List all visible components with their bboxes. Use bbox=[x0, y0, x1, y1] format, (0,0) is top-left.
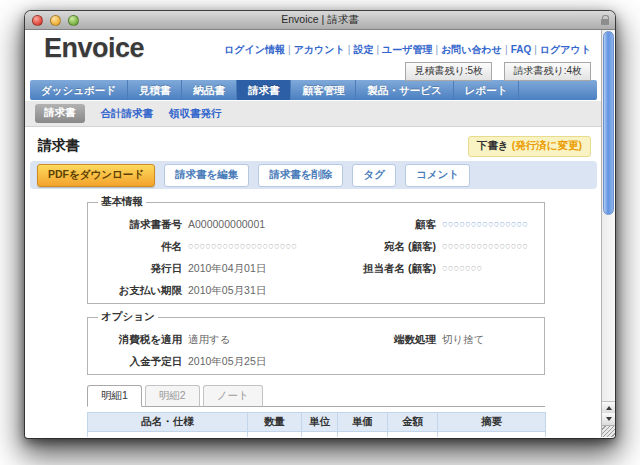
nav-tab-products-services[interactable]: 製品・サービス bbox=[356, 80, 453, 100]
cell-amount: 9,899,901 bbox=[388, 432, 438, 438]
status-draft-label: 下書き bbox=[477, 139, 509, 151]
close-button[interactable] bbox=[32, 15, 43, 26]
link-faq[interactable]: FAQ bbox=[511, 44, 532, 55]
field-label-rounding: 端数処理 bbox=[334, 332, 436, 346]
nav-tab-customers[interactable]: 顧客管理 bbox=[291, 80, 356, 100]
cell-note: ○○○○○ bbox=[438, 432, 546, 438]
status-change-to-issued-link[interactable]: (発行済に変更) bbox=[512, 139, 582, 151]
field-value-customer-link[interactable]: ○○○○○○○○○○○○○○○ bbox=[442, 217, 536, 231]
link-user-management[interactable]: ユーザ管理 bbox=[382, 44, 432, 55]
tab-notes[interactable]: ノート bbox=[203, 385, 263, 407]
field-value-invoice-number: A000000000001 bbox=[188, 217, 328, 231]
scroll-up-button[interactable] bbox=[602, 401, 615, 413]
quota-badges: 見積書残り:5枚 請求書残り:4枚 bbox=[397, 60, 591, 81]
link-separator: | bbox=[376, 44, 379, 55]
note-placeholder: ○○○○○ bbox=[443, 436, 472, 437]
field-value-issue-date: 2010年04月01日 bbox=[188, 261, 328, 275]
link-separator: | bbox=[436, 44, 439, 55]
comment-button[interactable]: コメント bbox=[405, 164, 470, 187]
titlebar[interactable]: Envoice | 請求書 bbox=[25, 11, 615, 30]
minimize-button[interactable] bbox=[50, 15, 61, 26]
col-header-item-name: 品名・仕様 bbox=[88, 413, 248, 432]
link-separator: | bbox=[505, 44, 508, 55]
line-items-table: 品名・仕様 数量 単位 単価 金額 摘要 ○○○○○○○○○○○○○ 99 ○○… bbox=[87, 412, 546, 437]
col-header-note: 摘要 bbox=[438, 413, 546, 432]
nav-tab-quotes[interactable]: 見積書 bbox=[128, 80, 183, 100]
page-title: 請求書 bbox=[38, 137, 80, 155]
scrollbar-thumb[interactable] bbox=[603, 31, 614, 215]
options-section: オプション 消費税を適用 適用する 端数処理 切り捨て 入金予定日 2010年0… bbox=[87, 310, 545, 375]
basic-info-section: 基本情報 請求書番号 A000000000001 顧客 ○○○○○○○○○○○○… bbox=[87, 195, 545, 304]
field-label-apply-tax: 消費税を適用 bbox=[96, 332, 182, 346]
field-label-addressee: 宛名 (顧客) bbox=[334, 239, 436, 253]
field-value-addressee: ○○○○○○○○○○○○○○○ bbox=[442, 239, 536, 253]
item-name-placeholder: ○○○○○○○○○○○○○ bbox=[93, 436, 168, 437]
cell-unit-price: 99,999 bbox=[338, 432, 388, 438]
vertical-scrollbar[interactable] bbox=[601, 30, 615, 437]
app-header: Envoice ログイン情報|アカウント|設定|ユーザ管理|お問い合わせ|FAQ… bbox=[25, 30, 601, 78]
status-badge: 下書き(発行済に変更) bbox=[468, 136, 591, 157]
field-value-rounding: 切り捨て bbox=[442, 332, 536, 346]
field-value-expected-payment-date: 2010年05月25日 bbox=[188, 354, 328, 368]
link-separator: | bbox=[534, 44, 537, 55]
scroll-down-button[interactable] bbox=[602, 413, 615, 425]
field-label-expected-payment-date: 入金予定日 bbox=[96, 354, 182, 368]
quote-quota-badge: 見積書残り:5枚 bbox=[405, 62, 492, 81]
subnav-combined-invoices[interactable]: 合計請求書 bbox=[101, 107, 154, 121]
table-row: ○○○○○○○○○○○○○ 99 ○○ 99,999 9,899,901 ○○○… bbox=[88, 432, 546, 438]
zoom-button[interactable] bbox=[68, 15, 79, 26]
field-label-invoice-number: 請求書番号 bbox=[96, 217, 182, 231]
field-label-contact-person: 担当者名 (顧客) bbox=[334, 261, 436, 275]
header-links: ログイン情報|アカウント|設定|ユーザ管理|お問い合わせ|FAQ|ログアウト bbox=[224, 43, 591, 57]
arrow-up-icon bbox=[606, 406, 612, 410]
sub-nav: 請求書 合計請求書 領収書発行 bbox=[25, 101, 601, 127]
link-separator: | bbox=[348, 44, 351, 55]
basic-info-legend: 基本情報 bbox=[98, 195, 146, 209]
resize-grip[interactable] bbox=[602, 425, 615, 437]
field-value-payment-due: 2010年05月31日 bbox=[188, 283, 328, 297]
col-header-unit: 単位 bbox=[302, 413, 338, 432]
nav-tab-delivery-slips[interactable]: 納品書 bbox=[182, 80, 237, 100]
cell-quantity: 99 bbox=[248, 432, 302, 438]
options-legend: オプション bbox=[98, 310, 158, 324]
app-logo: Envoice bbox=[44, 33, 144, 64]
tab-detail-1[interactable]: 明細1 bbox=[87, 385, 142, 407]
subnav-issue-receipt[interactable]: 領収書発行 bbox=[169, 107, 222, 121]
invoice-quota-badge: 請求書残り:4枚 bbox=[504, 62, 591, 81]
app-window: Envoice | 請求書 Envoice ログイン情報|アカウント|設定|ユー… bbox=[25, 11, 615, 438]
page-viewport: Envoice ログイン情報|アカウント|設定|ユーザ管理|お問い合わせ|FAQ… bbox=[25, 30, 601, 437]
cell-unit: ○○ bbox=[302, 432, 338, 438]
nav-tab-reports[interactable]: レポート bbox=[454, 80, 520, 100]
field-value-contact-person: ○○○○○○○ bbox=[442, 261, 536, 275]
link-account[interactable]: アカウント bbox=[294, 44, 345, 55]
field-label-subject: 件名 bbox=[96, 239, 182, 253]
delete-invoice-button[interactable]: 請求書を削除 bbox=[258, 164, 343, 187]
download-pdf-button[interactable]: PDFをダウンロード bbox=[37, 164, 155, 187]
table-header-row: 品名・仕様 数量 単位 単価 金額 摘要 bbox=[88, 413, 546, 432]
unit-placeholder: ○○ bbox=[307, 436, 318, 437]
nav-tab-dashboard[interactable]: ダッシュボード bbox=[30, 80, 128, 100]
nav-tab-invoices[interactable]: 請求書 bbox=[237, 80, 292, 100]
arrow-down-icon bbox=[606, 417, 612, 421]
window-title: Envoice | 請求書 bbox=[85, 13, 555, 27]
cell-item-name: ○○○○○○○○○○○○○ bbox=[88, 432, 248, 438]
col-header-amount: 金額 bbox=[388, 413, 438, 432]
link-login-info[interactable]: ログイン情報 bbox=[224, 44, 285, 55]
link-separator: | bbox=[288, 44, 291, 55]
link-logout[interactable]: ログアウト bbox=[540, 44, 591, 55]
col-header-quantity: 数量 bbox=[248, 413, 302, 432]
col-header-unit-price: 単価 bbox=[338, 413, 388, 432]
action-toolbar: PDFをダウンロード 請求書を編集 請求書を削除 タグ コメント bbox=[30, 161, 597, 189]
tab-detail-2[interactable]: 明細2 bbox=[145, 385, 200, 407]
subnav-invoices-active[interactable]: 請求書 bbox=[35, 104, 85, 123]
link-contact[interactable]: お問い合わせ bbox=[441, 44, 502, 55]
edit-invoice-button[interactable]: 請求書を編集 bbox=[164, 164, 249, 187]
field-value-apply-tax: 適用する bbox=[188, 332, 328, 346]
field-label-payment-due: お支払い期限 bbox=[96, 283, 182, 297]
field-label-issue-date: 発行日 bbox=[96, 261, 182, 275]
link-settings[interactable]: 設定 bbox=[353, 44, 373, 55]
field-label-customer: 顧客 bbox=[334, 217, 436, 231]
tag-button[interactable]: タグ bbox=[352, 164, 396, 187]
main-nav: ダッシュボード 見積書 納品書 請求書 顧客管理 製品・サービス レポート bbox=[30, 80, 597, 100]
lock-icon bbox=[601, 19, 609, 25]
